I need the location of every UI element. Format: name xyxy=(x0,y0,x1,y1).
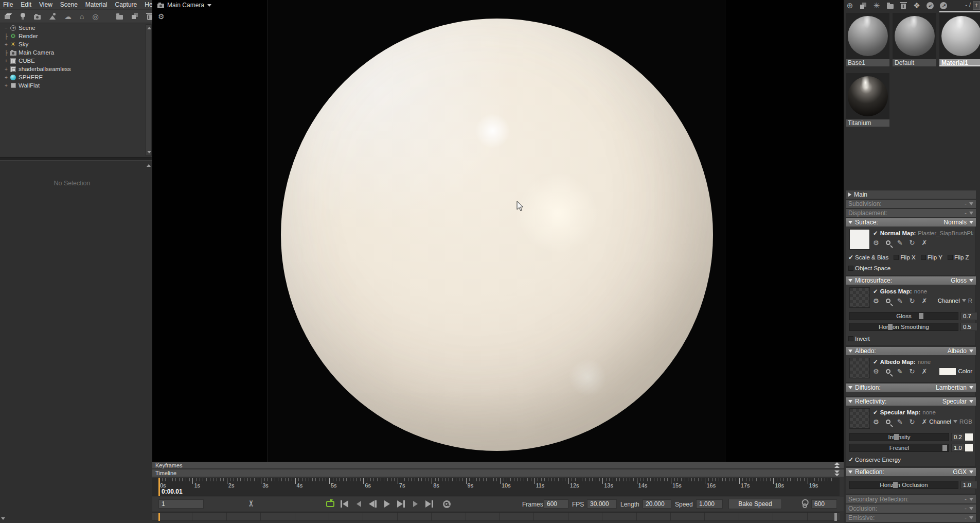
checkbox-flip-z[interactable]: Flip Z xyxy=(948,254,969,260)
specular-map-label[interactable]: Specular Map: xyxy=(880,409,921,415)
new-object-icon[interactable] xyxy=(4,12,11,21)
scene-tree-scrollbar[interactable] xyxy=(146,24,152,156)
scroll-up-icon[interactable] xyxy=(147,27,151,29)
map-edit-pencil-icon[interactable]: ✎ xyxy=(897,239,903,247)
expand-up-icon[interactable] xyxy=(834,462,840,468)
keyframe-track[interactable] xyxy=(152,512,840,521)
gloss-map-label[interactable]: Gloss Map: xyxy=(880,288,912,294)
map-reload-icon[interactable]: ↻ xyxy=(910,418,915,426)
properties-scrollbar[interactable] xyxy=(146,162,152,519)
loop-link-button[interactable] xyxy=(798,501,811,510)
timeline-header[interactable]: Timeline xyxy=(152,469,844,477)
loop-button[interactable] xyxy=(324,499,336,509)
section-mode[interactable]: Normals xyxy=(943,219,967,226)
channel-selector[interactable]: ChannelRGB xyxy=(929,419,972,425)
new-turntable-icon[interactable]: ◎ xyxy=(92,12,98,21)
tree-row-render[interactable]: ├⚙Render xyxy=(0,32,152,40)
tree-row-scene[interactable]: −▾Scene xyxy=(0,24,152,32)
timeline-ruler[interactable]: 0s1s2s3s4s5s6s7s8s9s10s11s12s13s14s15s16… xyxy=(152,478,840,496)
map-reload-icon[interactable]: ↻ xyxy=(910,239,915,247)
menu-edit[interactable]: Edit xyxy=(21,1,31,8)
horizon-occlusion-value[interactable]: 1.0 xyxy=(960,481,977,489)
duplicate-material-icon[interactable] xyxy=(859,2,867,10)
slider-handle[interactable] xyxy=(894,434,899,440)
map-clear-icon[interactable]: ✗ xyxy=(921,418,927,426)
section-mode[interactable]: Gloss xyxy=(951,277,967,284)
material-thumbnail[interactable] xyxy=(893,13,936,59)
section-mode[interactable]: Albedo xyxy=(948,347,967,355)
scissors-icon[interactable]: ✂ xyxy=(246,500,256,507)
checkbox-scale-bias[interactable]: ✓Scale & Bias xyxy=(848,254,888,261)
gloss-slider[interactable]: Gloss 0.7 xyxy=(848,312,973,320)
section-emissive-[interactable]: Emissive:- xyxy=(846,514,976,522)
section-diffusion[interactable]: Diffusion: Lambertian xyxy=(846,383,976,392)
material-settings-icon[interactable]: ✳ xyxy=(872,2,881,10)
tree-row-shaderballseamless[interactable]: +shaderballseamless xyxy=(0,65,152,73)
delete-material-icon[interactable] xyxy=(899,2,907,10)
keyframes-header[interactable]: Keyframes xyxy=(152,462,844,469)
fresnel-color-swatch[interactable] xyxy=(965,444,973,452)
fresnel-slider[interactable]: Fresnel 1.0 xyxy=(848,444,973,452)
material-thumbnail[interactable] xyxy=(846,13,889,59)
frames-input[interactable] xyxy=(544,499,568,509)
tree-expand-toggle[interactable]: − xyxy=(3,25,9,31)
load-folder-icon[interactable] xyxy=(886,2,894,10)
scroll-down-icon[interactable] xyxy=(147,151,151,153)
tree-row-wallflat[interactable]: +WallFlat xyxy=(0,81,152,90)
refresh-thumbnails-icon[interactable]: ❖ xyxy=(913,2,921,10)
section-albedo[interactable]: Albedo: Albedo xyxy=(846,347,976,355)
conserve-energy-checkbox[interactable]: ✓Conserve Energy xyxy=(848,456,901,463)
current-frame-input[interactable] xyxy=(158,499,204,509)
section-mode[interactable]: Lambertian xyxy=(936,384,967,391)
map-settings-gear-icon[interactable]: ⚙ xyxy=(873,418,879,426)
map-reload-icon[interactable]: ↻ xyxy=(910,368,915,375)
section-mode[interactable]: Specular xyxy=(942,398,967,405)
new-backdrop-icon[interactable]: ⌂ xyxy=(80,12,84,21)
scroll-up-icon[interactable] xyxy=(147,164,151,167)
new-material-icon[interactable]: ⊕ xyxy=(846,2,854,10)
normal-map-thumbnail[interactable] xyxy=(849,229,870,250)
map-search-icon[interactable] xyxy=(886,299,890,303)
step-forward-button[interactable] xyxy=(395,499,407,509)
section-microsurface[interactable]: Microsurface: Gloss xyxy=(846,276,976,285)
tree-expand-toggle[interactable]: + xyxy=(3,75,9,80)
color-swatch[interactable] xyxy=(939,368,956,375)
speed-input[interactable] xyxy=(696,499,723,509)
material-pager-plus-button[interactable]: + xyxy=(973,1,980,10)
map-edit-pencil-icon[interactable]: ✎ xyxy=(897,418,903,426)
material-thumbnail[interactable] xyxy=(846,73,889,119)
menu-material[interactable]: Material xyxy=(85,1,108,8)
map-clear-icon[interactable]: ✗ xyxy=(921,368,927,375)
fps-input[interactable] xyxy=(587,499,617,509)
delete-icon[interactable] xyxy=(147,12,152,21)
bake-speed-button[interactable]: Bake Speed xyxy=(728,499,782,509)
sphere-object[interactable] xyxy=(281,19,713,451)
slider-handle[interactable] xyxy=(888,324,893,330)
panel-divider[interactable] xyxy=(0,157,152,161)
new-sky-icon[interactable]: ☁ xyxy=(64,12,72,21)
tree-expand-toggle[interactable]: + xyxy=(3,42,9,47)
map-settings-gear-icon[interactable]: ⚙ xyxy=(873,368,879,375)
import-material-icon[interactable]: ↙ xyxy=(926,2,934,10)
slider-handle[interactable] xyxy=(893,482,898,488)
new-camera-icon[interactable] xyxy=(34,12,41,21)
play-forward-button[interactable] xyxy=(409,499,421,509)
gloss-map-thumbnail[interactable] xyxy=(849,287,870,308)
track-playhead[interactable] xyxy=(158,513,160,521)
map-edit-pencil-icon[interactable]: ✎ xyxy=(897,297,903,305)
export-material-icon[interactable]: ↗ xyxy=(939,2,948,10)
map-search-icon[interactable] xyxy=(886,369,890,374)
albedo-map-label[interactable]: Albedo Map: xyxy=(880,359,916,365)
loop-end-input[interactable] xyxy=(811,499,837,509)
playhead[interactable] xyxy=(158,478,160,496)
play-reverse-button[interactable] xyxy=(352,499,365,509)
material-card-material1[interactable]: Material1 xyxy=(939,13,980,66)
map-settings-gear-icon[interactable]: ⚙ xyxy=(873,297,879,305)
scroll-down-icon[interactable] xyxy=(1,517,5,520)
checkbox-flip-x[interactable]: Flip X xyxy=(894,254,915,260)
track-scroll-handle[interactable] xyxy=(834,513,837,521)
section-main[interactable]: Main xyxy=(846,190,976,199)
map-search-icon[interactable] xyxy=(886,240,890,245)
material-thumbnail[interactable] xyxy=(939,13,980,59)
map-reload-icon[interactable]: ↻ xyxy=(910,297,915,305)
